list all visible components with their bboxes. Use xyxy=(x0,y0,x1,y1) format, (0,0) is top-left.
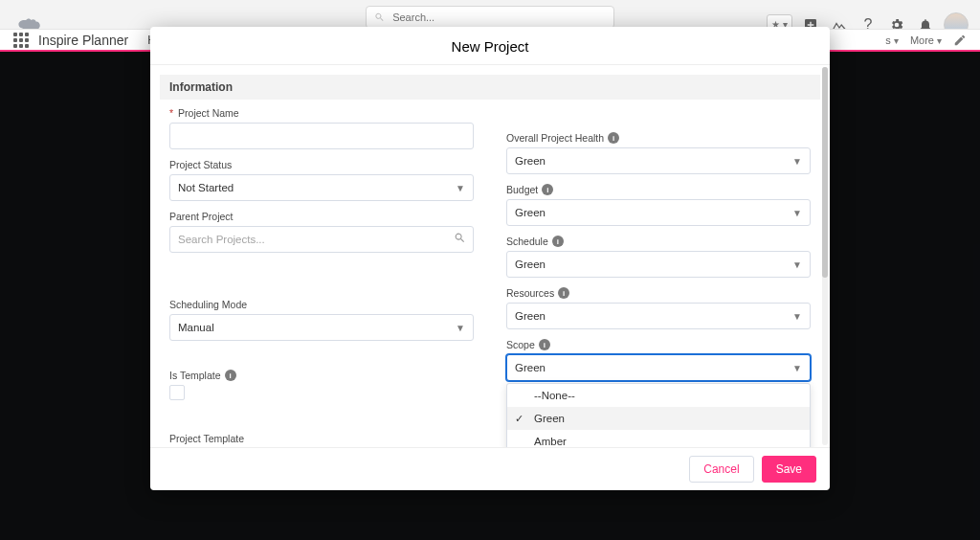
field-project-status: Project Status Not Started▼ xyxy=(169,159,474,201)
overall-health-label: Overall Project Health xyxy=(506,132,604,144)
info-icon[interactable]: i xyxy=(225,370,236,381)
parent-project-lookup[interactable] xyxy=(169,226,474,253)
budget-select[interactable]: Green▼ xyxy=(506,199,811,226)
field-budget: Budget i Green▼ xyxy=(506,184,811,226)
nav-more[interactable]: More ▾ xyxy=(910,34,942,46)
modal-body: Information *Project Name Project Status… xyxy=(150,65,830,447)
search-icon xyxy=(454,231,466,248)
is-template-label: Is Template xyxy=(169,370,221,381)
scope-dropdown: --None-- ✓Green Amber Red xyxy=(506,383,811,447)
project-template-label: Project Template xyxy=(169,433,244,444)
new-project-modal: New Project Information *Project Name Pr… xyxy=(150,27,830,490)
scope-label: Scope xyxy=(506,339,535,350)
field-overall-health: Overall Project Health i Green▼ xyxy=(506,132,811,174)
chevron-down-icon: ▼ xyxy=(792,259,802,270)
project-status-select[interactable]: Not Started▼ xyxy=(169,174,474,201)
scrollbar-thumb[interactable] xyxy=(822,67,828,278)
chevron-down-icon: ▼ xyxy=(456,323,465,333)
schedule-select[interactable]: Green▼ xyxy=(506,251,811,278)
info-icon[interactable]: i xyxy=(539,339,550,350)
resources-label: Resources xyxy=(506,287,554,299)
app-launcher-icon[interactable] xyxy=(13,33,29,48)
project-name-input[interactable] xyxy=(169,123,474,149)
field-project-template: Project Template xyxy=(169,433,474,447)
field-parent-project: Parent Project xyxy=(169,211,474,253)
nav-tab-truncated[interactable]: s ▾ xyxy=(885,34,899,46)
chevron-down-icon: ▼ xyxy=(792,156,802,167)
modal-footer: Cancel Save xyxy=(150,447,830,490)
search-icon xyxy=(374,11,385,23)
field-scope: Scope i Green▼ --None-- ✓Green Amber Red xyxy=(506,339,811,381)
scope-select[interactable]: Green▼ xyxy=(506,354,811,381)
info-icon[interactable]: i xyxy=(542,184,553,195)
cancel-button[interactable]: Cancel xyxy=(689,456,753,483)
resources-select[interactable]: Green▼ xyxy=(506,303,811,329)
field-project-name: *Project Name xyxy=(169,107,474,149)
field-resources: Resources i Green▼ xyxy=(506,287,811,329)
overall-health-select[interactable]: Green▼ xyxy=(506,147,811,174)
info-icon[interactable]: i xyxy=(552,236,564,247)
check-icon: ✓ xyxy=(515,413,523,425)
global-search[interactable] xyxy=(366,6,614,29)
project-name-label: Project Name xyxy=(178,107,239,119)
budget-label: Budget xyxy=(506,184,538,195)
chevron-down-icon: ▼ xyxy=(792,363,802,373)
field-scheduling-mode: Scheduling Mode Manual▼ xyxy=(169,299,474,341)
section-information: Information xyxy=(160,75,820,100)
project-status-label: Project Status xyxy=(169,159,232,170)
scope-option-none[interactable]: --None-- xyxy=(507,384,810,407)
is-template-checkbox[interactable] xyxy=(169,385,185,400)
edit-nav-pencil-icon[interactable] xyxy=(953,34,967,47)
scheduling-mode-label: Scheduling Mode xyxy=(169,299,247,310)
global-search-input[interactable] xyxy=(390,11,606,24)
schedule-label: Schedule xyxy=(506,236,548,247)
scope-option-green[interactable]: ✓Green xyxy=(507,407,810,430)
scheduling-mode-select[interactable]: Manual▼ xyxy=(169,314,474,341)
save-button[interactable]: Save xyxy=(762,456,816,483)
scope-option-amber[interactable]: Amber xyxy=(507,430,810,447)
info-icon[interactable]: i xyxy=(558,287,569,299)
info-icon[interactable]: i xyxy=(608,132,619,144)
right-column: Overall Project Health i Green▼ Budget i… xyxy=(506,107,811,447)
app-name: Inspire Planner xyxy=(38,33,128,48)
field-schedule: Schedule i Green▼ xyxy=(506,236,811,278)
modal-title: New Project xyxy=(150,27,830,65)
parent-project-label: Parent Project xyxy=(169,211,234,222)
field-is-template: Is Template i xyxy=(169,370,474,400)
chevron-down-icon: ▼ xyxy=(792,208,802,218)
chevron-down-icon: ▼ xyxy=(456,183,465,193)
chevron-down-icon: ▼ xyxy=(792,311,802,322)
left-column: *Project Name Project Status Not Started… xyxy=(169,107,474,447)
